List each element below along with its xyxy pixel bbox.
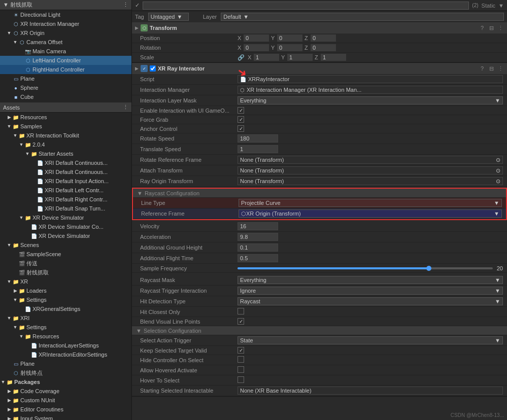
anchor-control-checkbox[interactable] — [238, 125, 244, 132]
assets-xr-device-sim[interactable]: 📁 XR Device Simulator — [0, 213, 131, 222]
assets-xr[interactable]: 📁 XR — [0, 277, 131, 286]
assets-204[interactable]: 📁 2.0.4 — [0, 140, 131, 149]
assets-raycast[interactable]: 🎬 射线抓取 — [0, 268, 131, 277]
rotation-y-input[interactable] — [277, 44, 302, 51]
tree-item-righthand-controller[interactable]: ⬡ RightHand Controller — [0, 65, 131, 74]
rotation-x-input[interactable] — [244, 44, 269, 51]
tree-arrow-open[interactable] — [12, 40, 18, 45]
assets-xr-loaders[interactable]: 📁 Loaders — [0, 286, 131, 295]
force-grab-checkbox[interactable] — [238, 116, 244, 123]
tree-item-cube[interactable]: ■ Cube — [0, 92, 131, 101]
assets-xrinteraction-editor[interactable]: 📄 XRInteractionEditorSettings — [0, 350, 131, 359]
raycast-config-header[interactable]: ▼ Raycast Configuration — [133, 189, 506, 198]
tree-arrow[interactable] — [6, 416, 12, 420]
assets-xri-default-3[interactable]: 📄 XRI Default Input Action... — [0, 177, 131, 186]
reference-frame-dropdown[interactable]: ⬡ XR Origin (Transform) ▼ — [239, 209, 502, 218]
tree-arrow[interactable] — [24, 151, 30, 156]
velocity-input[interactable] — [238, 222, 278, 230]
assets-editor-coroutines[interactable]: 📁 Editor Coroutines — [0, 405, 131, 414]
raycast-mask-dropdown[interactable]: Everything ▼ — [238, 276, 503, 284]
xr-ray-enabled-checkbox[interactable] — [150, 65, 156, 72]
starting-selected-ref[interactable]: None (XR Base Interactable) — [238, 387, 503, 395]
script-ref[interactable]: 📄 XRRayInteractor — [238, 75, 503, 83]
tree-item-camera-offset[interactable]: ⬡ Camera Offset — [0, 38, 131, 47]
tree-arrow[interactable] — [6, 124, 12, 129]
assets-xri-resources[interactable]: 📁 Resources — [0, 332, 131, 341]
tree-arrow[interactable] — [6, 389, 12, 394]
assets-input-system[interactable]: 📁 Input System — [0, 414, 131, 420]
tree-arrow[interactable] — [6, 115, 12, 120]
line-type-dropdown[interactable]: Projectile Curve ▼ — [239, 199, 502, 207]
assets-resources[interactable]: 📁 Resources — [0, 113, 131, 122]
xr-ray-settings-icon[interactable]: ⊟ — [488, 65, 495, 72]
scale-y-input[interactable] — [287, 54, 313, 61]
hit-closest-only-checkbox[interactable] — [238, 308, 244, 314]
allow-hovered-checkbox[interactable] — [238, 366, 244, 373]
tree-arrow[interactable] — [18, 215, 24, 220]
sample-frequency-slider-track[interactable] — [238, 267, 493, 269]
position-z-input[interactable] — [311, 34, 336, 42]
assets-menu-icon[interactable]: ⋮ — [123, 104, 128, 111]
hierarchy-menu-icon[interactable]: ⋮ — [123, 2, 128, 8]
scale-x-input[interactable] — [254, 54, 279, 61]
tree-arrow[interactable] — [6, 407, 12, 412]
tag-dropdown[interactable]: Untagged ▼ — [148, 13, 189, 21]
tree-arrow[interactable] — [18, 334, 24, 339]
enable-interaction-ui-checkbox[interactable] — [238, 107, 244, 114]
assets-plane[interactable]: ▭ Plane — [0, 359, 131, 368]
tree-arrow[interactable] — [6, 279, 12, 284]
tree-item-plane[interactable]: ▭ Plane — [0, 74, 131, 83]
tree-arrow[interactable] — [6, 398, 12, 403]
translate-speed-input[interactable] — [238, 145, 278, 153]
assets-packages[interactable]: 📁 Packages — [0, 377, 131, 387]
tree-item-xr-origin[interactable]: ⬡ XR Origin — [0, 28, 131, 38]
tree-arrow-open[interactable] — [6, 30, 12, 36]
tree-item-sphere[interactable]: ● Sphere — [0, 83, 131, 92]
raycast-trigger-dropdown[interactable]: Ignore ▼ — [238, 287, 503, 295]
assets-xri-default-5[interactable]: 📄 XRI Default Right Contr... — [0, 195, 131, 204]
assets-interaction-layer[interactable]: 📄 InteractionLayerSettings — [0, 341, 131, 350]
hit-detection-type-dropdown[interactable]: Raycast ▼ — [238, 297, 503, 305]
rotate-ref-frame-ref[interactable]: None (Transform) ⊙ — [238, 156, 503, 164]
attach-transform-ref[interactable]: None (Transform) ⊙ — [238, 166, 503, 174]
xr-ray-header[interactable]: ▶ ✓ XR Ray Interactor ? ⊟ ⋮ — [132, 63, 507, 74]
transform-collapse-arrow[interactable]: ▶ — [135, 25, 139, 30]
assets-xri-default-6[interactable]: 📄 XRI Default Snap Turn... — [0, 204, 131, 213]
assets-xr-settings[interactable]: 📁 Settings — [0, 295, 131, 304]
xr-ray-help-icon[interactable]: ? — [479, 65, 486, 72]
position-y-input[interactable] — [277, 34, 302, 42]
position-x-input[interactable] — [244, 34, 269, 42]
assets-samples[interactable]: 📁 Samples — [0, 122, 131, 131]
tree-arrow[interactable] — [0, 379, 6, 384]
assets-custom-nunit[interactable]: 📁 Custom NUnit — [0, 396, 131, 405]
select-action-trigger-dropdown[interactable]: State ▼ — [238, 336, 503, 344]
ray-origin-transform-ref[interactable]: None (Transform) ⊙ — [238, 177, 503, 185]
tree-item-main-camera[interactable]: 📷 Main Camera — [0, 47, 131, 56]
additional-flight-time-input[interactable] — [238, 254, 278, 262]
xr-ray-more-icon[interactable]: ⋮ — [497, 65, 504, 72]
transform-more-icon[interactable]: ⋮ — [497, 24, 504, 31]
tree-item-directional-light[interactable]: ☀ Directional Light — [0, 10, 131, 19]
sample-frequency-slider-thumb[interactable] — [426, 266, 431, 271]
assets-scenes[interactable]: 📁 Scenes — [0, 240, 131, 250]
assets-xr-toolkit[interactable]: 📁 XR Interaction Toolkit — [0, 131, 131, 140]
tree-arrow[interactable] — [12, 288, 18, 293]
assets-xri-settings[interactable]: 📁 Settings — [0, 323, 131, 332]
tree-arrow[interactable] — [6, 316, 12, 321]
hover-to-select-checkbox[interactable] — [238, 376, 244, 383]
assets-xr-device-sim-co[interactable]: 📄 XR Device Simulator Co... — [0, 222, 131, 231]
assets-code-coverage[interactable]: 📁 Code Coverage — [0, 387, 131, 396]
assets-xri-default-1[interactable]: 📄 XRI Default Continuous... — [0, 158, 131, 167]
tree-item-xr-interaction-manager[interactable]: ⬡ XR Interaction Manager — [0, 19, 131, 28]
transform-header[interactable]: ▶ ⬡ Transform ? ⊟ ⋮ — [132, 22, 507, 33]
xr-ray-collapse[interactable]: ▶ — [135, 66, 139, 71]
assets-transfer[interactable]: 🎬 传送 — [0, 259, 131, 268]
additional-ground-height-input[interactable] — [238, 243, 278, 252]
blend-visual-checkbox[interactable] — [238, 318, 244, 325]
tree-item-lefthand-controller[interactable]: ⬡ LeftHand Controller — [0, 56, 131, 65]
assets-samplescene[interactable]: 🎬 SampleScene — [0, 250, 131, 259]
rotate-speed-input[interactable] — [238, 134, 278, 143]
acceleration-input[interactable] — [238, 233, 278, 241]
rotation-z-input[interactable] — [311, 44, 336, 51]
hide-controller-checkbox[interactable] — [238, 356, 244, 363]
